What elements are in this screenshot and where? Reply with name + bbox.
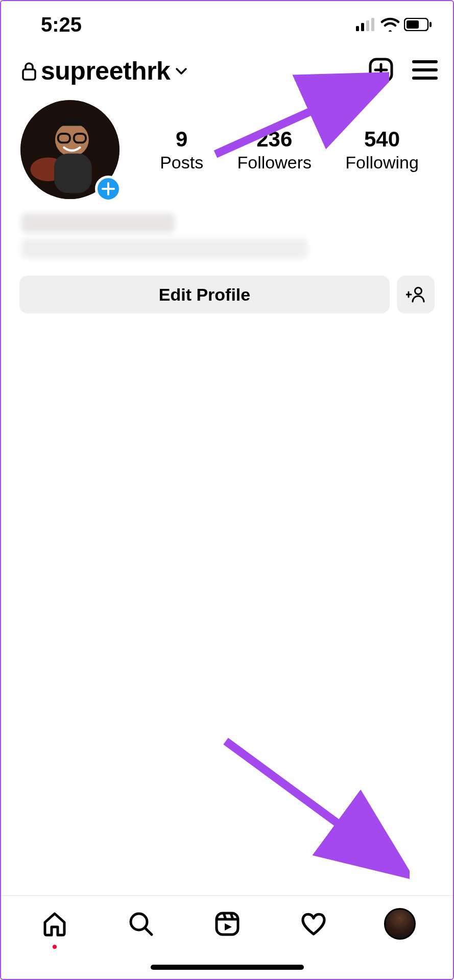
chevron-down-icon [174, 64, 188, 78]
home-indicator-bar [151, 965, 304, 970]
add-person-icon [406, 286, 425, 303]
svg-line-28 [145, 928, 152, 935]
followers-count: 236 [237, 127, 311, 152]
cellular-icon [356, 18, 376, 31]
discover-people-button[interactable] [397, 276, 435, 313]
posts-stat[interactable]: 9 Posts [160, 127, 203, 173]
bio-line-redacted [21, 213, 175, 233]
username-label: supreethrk [41, 56, 170, 86]
svg-point-22 [415, 288, 422, 295]
edit-profile-label: Edit Profile [159, 285, 250, 305]
username-switcher[interactable]: supreethrk [21, 56, 188, 86]
posts-count: 9 [160, 127, 203, 152]
nav-home-indicator-dot [53, 945, 57, 949]
reels-icon [213, 910, 241, 938]
profile-header: supreethrk [1, 42, 453, 90]
hamburger-icon [412, 59, 438, 81]
wifi-icon [380, 17, 400, 32]
svg-rect-6 [429, 22, 432, 27]
bio-line-redacted [21, 239, 307, 258]
nav-profile[interactable] [382, 906, 418, 942]
posts-label: Posts [160, 153, 203, 173]
status-icons [356, 17, 433, 32]
followers-stat[interactable]: 236 Followers [237, 127, 311, 173]
nav-reels[interactable] [209, 906, 245, 942]
menu-button[interactable] [412, 59, 438, 83]
search-icon [127, 910, 155, 938]
heart-icon [299, 911, 328, 937]
following-label: Following [345, 153, 419, 173]
svg-rect-17 [54, 154, 92, 193]
battery-icon [404, 18, 433, 31]
edit-profile-button[interactable]: Edit Profile [19, 276, 390, 313]
svg-rect-0 [356, 26, 359, 31]
following-count: 540 [345, 127, 419, 152]
profile-info-row: 9 Posts 236 Followers 540 Following [1, 90, 453, 199]
svg-rect-1 [361, 23, 364, 31]
status-time: 5:25 [41, 13, 82, 36]
lock-icon [21, 61, 37, 81]
svg-rect-5 [407, 20, 419, 29]
nav-search[interactable] [123, 906, 159, 942]
home-icon [41, 910, 68, 938]
svg-rect-7 [23, 69, 35, 80]
bottom-nav [1, 895, 453, 951]
plus-square-icon [368, 57, 394, 83]
svg-rect-29 [217, 913, 238, 935]
svg-line-26 [226, 741, 389, 861]
following-stat[interactable]: 540 Following [345, 127, 419, 173]
stats-row: 9 Posts 236 Followers 540 Following [120, 127, 436, 173]
profile-avatar[interactable] [20, 100, 120, 199]
plus-icon [102, 182, 115, 195]
annotation-arrow-bottom [216, 731, 410, 879]
nav-home[interactable] [37, 906, 73, 942]
profile-actions: Edit Profile [1, 270, 453, 320]
bio-section [1, 199, 453, 270]
svg-rect-2 [366, 20, 369, 31]
nav-avatar-icon [384, 908, 416, 940]
nav-activity[interactable] [296, 906, 331, 942]
status-bar: 5:25 [1, 1, 453, 42]
followers-label: Followers [237, 153, 311, 173]
create-post-button[interactable] [368, 57, 394, 85]
svg-rect-3 [371, 18, 374, 31]
add-story-badge[interactable] [95, 176, 122, 202]
